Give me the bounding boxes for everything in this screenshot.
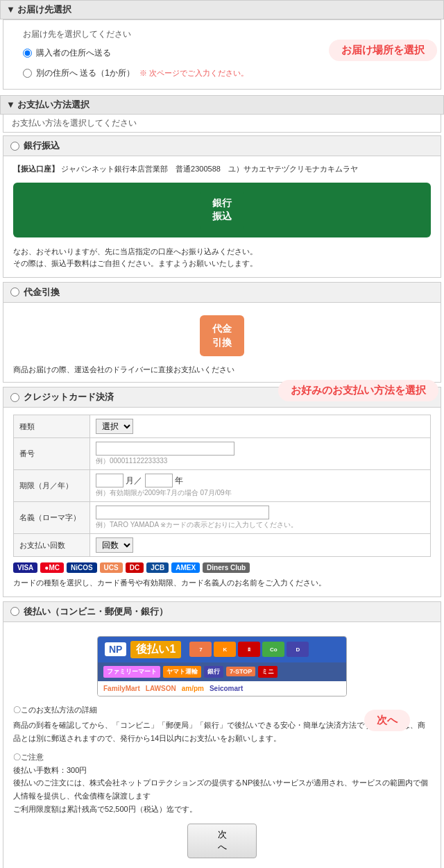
mc-logo: ●MC: [40, 562, 64, 573]
cc-expiry-year-input[interactable]: [145, 474, 173, 487]
annotation-bubble3: 次へ: [364, 710, 410, 731]
visa-logo: VISA: [13, 562, 37, 573]
delivery-option2-radio[interactable]: [23, 69, 32, 78]
pp-icon-7: 7: [189, 642, 212, 657]
cc-type-select[interactable]: 選択: [96, 419, 133, 434]
pp-store-yamato: ヤマト運輸: [163, 666, 201, 678]
postpay-np: NP: [105, 642, 126, 656]
credit-description: カードの種類を選択し、カード番号や有効期限、カード名義人のお名前をご入力ください…: [13, 577, 431, 590]
delivery-header: ▼ お届け先選択: [0, 0, 444, 19]
cc-expiry-example: 例）有効期限が2009年7月の場合 07月/09年: [96, 489, 232, 496]
cc-number-cell: 例）000011122233333: [90, 438, 431, 470]
payment-header: ▼ お支払い方法選択: [0, 95, 444, 115]
cc-expiry-row: 期限（月／年） 月／ 年 例）有効期限が2009年7月の場合 07月/09年: [14, 470, 431, 502]
cc-type-row: 種類 選択: [14, 415, 431, 438]
credit-label[interactable]: クレジットカード決済: [24, 391, 114, 403]
postpay-banner-top: NP 後払い1 7 K ﾛ Co D: [98, 637, 346, 662]
cc-name-label: 名義（ローマ字）: [14, 502, 90, 534]
delivery-option1-label[interactable]: 購入者の住所へ送る: [36, 47, 111, 59]
delivery-option2-row[interactable]: 別の住所へ 送る（1か所） ※ 次ページでご入力ください。: [12, 63, 432, 83]
delivery-option2-label: 別の住所へ 送る（1か所） ※ 次ページでご入力ください。: [36, 67, 248, 79]
cc-number-row: 番号 例）000011122233333: [14, 438, 431, 470]
cc-installment-cell: 回数: [90, 534, 431, 557]
cc-type-label: 種類: [14, 415, 90, 438]
dc-logo: DC: [126, 562, 144, 573]
bank-transfer-header[interactable]: 銀行振込: [3, 136, 441, 156]
delivery-option2-note: ※ 次ページでご入力ください。: [139, 69, 248, 77]
cod-icon: 代金 引換: [200, 315, 244, 356]
bank-transfer-section: 銀行振込 【振込口座】 ジャパンネット銀行本店営業部 普通2300588 ユ）サ…: [3, 135, 441, 278]
credit-body: 種類 選択 番号 例）000011122233333 期限（月／年）: [3, 408, 441, 596]
card-logos: VISA ●MC NiCOS UCS DC JCB AMEX Diners Cl…: [13, 562, 431, 573]
pp-icon-ck: K: [214, 642, 236, 657]
postpay-note: 〇ご注意 後払い手数料：300円 後払いのご注文には、株式会社ネットプロテクショ…: [13, 751, 431, 815]
bank-transfer-note: なお、おそれいりますが、先に当店指定の口座へお振り込みください。 その際は、振込…: [13, 246, 431, 270]
postpay-body: NP 後払い1 7 K ﾛ Co D ファミリーマート ヤマト運輸 銀行 7-S…: [3, 622, 441, 868]
cod-section: 代金引換 代金 引換 商品お届けの際、運送会社のドライバーに直接お支払いください: [3, 282, 441, 383]
jcb-logo: JCB: [146, 562, 169, 573]
credit-radio[interactable]: [10, 393, 19, 402]
payment-subtitle: お支払い方法を選択してください: [3, 115, 441, 133]
cc-number-input[interactable]: [96, 442, 234, 456]
cc-number-label: 番号: [14, 438, 90, 470]
pp-store-bank: 銀行: [204, 666, 223, 678]
annotation-bubble1: お届け場所を選択: [329, 40, 437, 61]
postpay-banner-label: 後払い1: [130, 641, 181, 658]
pp-icon-d: D: [287, 642, 309, 657]
postpay-section: 後払い（コンビニ・郵便局・銀行） NP 後払い1 7 K ﾛ Co D フ: [3, 601, 441, 868]
payment-title: ▼ お支払い方法選択: [6, 99, 89, 111]
amex-logo: AMEX: [171, 562, 200, 573]
postpay-stores-row: FamilyMart LAWSON am/pm Seicomart: [98, 681, 346, 696]
cc-name-example: 例）TARO YAMADA ※カードの表示どおりに入力してください。: [96, 521, 298, 528]
cc-expiry-cell: 月／ 年 例）有効期限が2009年7月の場合 07月/09年: [90, 470, 431, 502]
cod-radio[interactable]: [10, 287, 19, 297]
postpay-label[interactable]: 後払い（コンビニ・郵便局・銀行）: [24, 606, 168, 618]
bank-transfer-body: 【振込口座】 ジャパンネット銀行本店営業部 普通2300588 ユ）サカエヤテヅ…: [3, 156, 441, 277]
cc-type-cell: 選択: [90, 415, 431, 438]
diners-logo: Diners Club: [203, 562, 250, 573]
delivery-option1-radio[interactable]: [23, 49, 32, 58]
bank-transfer-label[interactable]: 銀行振込: [24, 140, 60, 152]
postpay-header[interactable]: 後払い（コンビニ・郵便局・銀行）: [3, 602, 441, 622]
cc-expiry-label: 期限（月／年）: [14, 470, 90, 502]
credit-section: クレジットカード決済 種類 選択 番号 例）000011122233333: [3, 387, 441, 597]
store-lawson: LAWSON: [146, 685, 176, 692]
ucs-logo: UCS: [100, 562, 123, 573]
store-family: FamilyMart: [103, 685, 140, 692]
pp-store-family: ファミリーマート: [103, 666, 160, 678]
postpay-radio[interactable]: [10, 607, 19, 616]
store-ampm: am/pm: [182, 685, 204, 692]
cod-header[interactable]: 代金引換: [3, 283, 441, 303]
delivery-title: ▼ お届け先選択: [6, 3, 71, 16]
cc-name-row: 名義（ローマ字） 例）TARO YAMADA ※カードの表示どおりに入力してくだ…: [14, 502, 431, 534]
cc-name-input[interactable]: [96, 506, 269, 519]
store-seicomart: Seicomart: [210, 685, 243, 692]
credit-card-table: 種類 選択 番号 例）000011122233333 期限（月／年）: [13, 415, 431, 557]
annotation-bubble2: お好みのお支払い方法を選択: [278, 380, 438, 401]
pp-store-mini: ミニ: [258, 666, 278, 678]
cc-expiry-separator: 月／: [126, 476, 142, 485]
bank-transfer-radio[interactable]: [10, 142, 19, 151]
pp-store-7: 7-STOP: [226, 667, 255, 676]
bank-transfer-info: 【振込口座】 ジャパンネット銀行本店営業部 普通2300588 ユ）サカエヤテヅ…: [13, 163, 431, 176]
cc-installment-select[interactable]: 回数: [96, 537, 133, 553]
next-button[interactable]: 次 へ: [187, 824, 257, 858]
cc-number-example: 例）000011122233333: [96, 457, 167, 465]
cc-name-cell: 例）TARO YAMADA ※カードの表示どおりに入力してください。: [90, 502, 431, 534]
cod-body: 代金 引換 商品お届けの際、運送会社のドライバーに直接お支払いください: [3, 303, 441, 382]
cc-installment-label: お支払い回数: [14, 534, 90, 557]
cod-label[interactable]: 代金引換: [24, 286, 60, 299]
cc-expiry-year-label: 年: [175, 476, 183, 485]
cc-installment-row: お支払い回数 回数: [14, 534, 431, 557]
pp-icon-co: Co: [262, 642, 284, 657]
nicos-logo: NiCOS: [67, 562, 97, 573]
pp-icon-ls: ﾛ: [238, 642, 260, 657]
postpay-banner: NP 後払い1 7 K ﾛ Co D ファミリーマート ヤマト運輸 銀行 7-S…: [97, 636, 347, 696]
bank-transfer-icon: 銀行 振込: [200, 190, 244, 231]
cod-icon-wrap: 代金 引換: [13, 315, 431, 356]
bank-transfer-icon-wrap: 銀行 振込: [13, 183, 431, 237]
cc-expiry-month-input[interactable]: [96, 474, 123, 487]
cod-note: 商品お届けの際、運送会社のドライバーに直接お支払いください: [13, 365, 431, 375]
